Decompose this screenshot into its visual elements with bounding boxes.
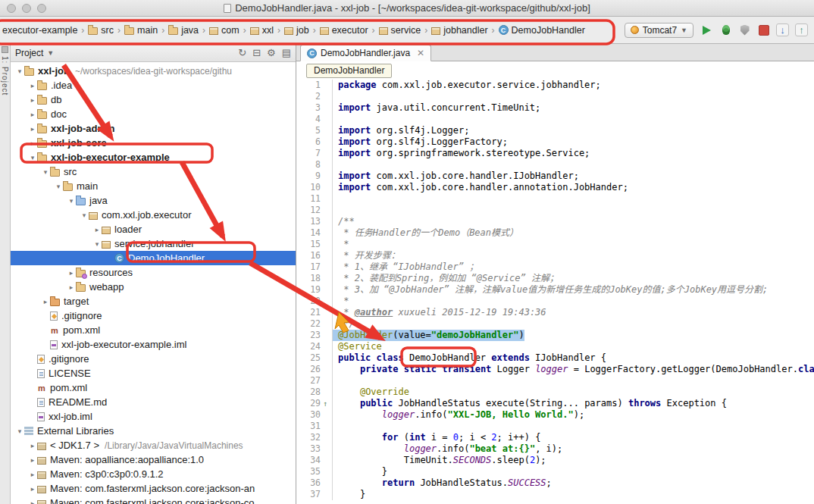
chevron-collapsed-icon[interactable]: ▸ (28, 139, 37, 147)
tree-item[interactable]: ▾com.xxl.job.executor (11, 208, 296, 222)
code-line[interactable]: 9import com.xxl.job.core.handler.IJobHan… (296, 171, 814, 182)
chevron-collapsed-icon[interactable]: ▸ (28, 442, 37, 449)
code-line[interactable]: 21 * @author xuxueli 2015-12-19 19:43:36 (296, 307, 814, 318)
breadcrumb-item[interactable]: main (124, 23, 158, 37)
code-line[interactable]: 16 * 开发步骤： (296, 250, 814, 261)
breadcrumb-item[interactable]: xxl (249, 23, 274, 37)
code-line[interactable]: 19 * 3、加 “@JobHander” 注解，注解value值为新增任务生成… (296, 284, 814, 296)
chevron-collapsed-icon[interactable]: ▸ (28, 456, 37, 464)
tree-item[interactable]: ▸db (11, 92, 296, 107)
chevron-expanded-icon[interactable]: ▾ (80, 211, 89, 219)
tree-item[interactable]: ▾service.jobhandler (11, 236, 296, 251)
code-line[interactable]: 27 (296, 375, 814, 387)
code-line[interactable]: 17 * 1、继承 “IJobHandler” ； (296, 261, 814, 273)
chevron-expanded-icon[interactable]: ▾ (67, 197, 76, 205)
tree-item[interactable]: pom.xml (11, 323, 296, 337)
breadcrumb-item[interactable]: executor-example (2, 23, 78, 37)
editor-tab[interactable]: DemoJobHandler.java ✕ (300, 45, 431, 61)
code-line[interactable]: 20 * (296, 296, 814, 307)
chevron-collapsed-icon[interactable]: ▸ (28, 111, 37, 118)
run-configuration-select[interactable]: Tomcat7 ▼ (625, 23, 693, 38)
tree-item[interactable]: DemoJobHandler (11, 251, 296, 265)
chevron-expanded-icon[interactable]: ▾ (28, 154, 37, 161)
breadcrumb-item[interactable]: executor (319, 23, 369, 37)
tree-item[interactable]: ▸doc (11, 107, 296, 121)
code-line[interactable]: 10import com.xxl.job.core.handler.annota… (296, 182, 814, 193)
tree-item[interactable]: ▸Maven: c3p0:c3p0:0.9.1.2 (11, 467, 296, 481)
code-line[interactable]: 26 private static transient Logger logge… (296, 364, 814, 375)
code-line[interactable]: 14 * 任务Handler的一个Demo（Bean模式） (296, 227, 814, 239)
code-line[interactable]: 33 logger.info("beat at:{}", i); (296, 443, 814, 455)
code-line[interactable]: 2 (296, 91, 814, 102)
tree-item[interactable]: ▸xxl-job-core (11, 136, 296, 150)
chevron-collapsed-icon[interactable]: ▸ (28, 96, 37, 104)
chevron-collapsed-icon[interactable]: ▸ (28, 485, 37, 493)
collapse-all-icon[interactable]: ⊟ (252, 47, 261, 58)
code-line[interactable]: 22 */ (296, 318, 814, 330)
tree-item[interactable]: ▾xxl-job-executor-example (11, 150, 296, 164)
code-line[interactable]: 31 (296, 421, 814, 432)
zoom-window-button[interactable] (37, 4, 46, 13)
coverage-icon[interactable] (738, 23, 751, 36)
code-line[interactable]: 34 TimeUnit.SECONDS.sleep(2); (296, 455, 814, 466)
code-line[interactable]: 32 for (int i = 0; i < 2; i++) { (296, 432, 814, 443)
tree-item[interactable]: ▸loader (11, 222, 296, 236)
chevron-collapsed-icon[interactable]: ▸ (28, 125, 37, 133)
override-marker-icon[interactable]: ↑ (323, 398, 327, 409)
chevron-collapsed-icon[interactable]: ▸ (28, 499, 37, 504)
tree-item[interactable]: ▸webapp (11, 280, 296, 294)
chevron-collapsed-icon[interactable]: ▸ (28, 82, 37, 89)
code-line[interactable]: 18 * 2、装配到Spring，例如加 “@Service” 注解； (296, 273, 814, 284)
tree-item[interactable]: .gitignore (11, 308, 296, 323)
tree-item[interactable]: ▸Maven: com.fasterxml.jackson.core:jacks… (11, 481, 296, 496)
code-line[interactable]: 35 } (296, 466, 814, 477)
close-window-button[interactable] (7, 4, 16, 13)
code-line[interactable]: 12 (296, 205, 814, 216)
breadcrumb-item[interactable]: DemoJobHandler (498, 23, 586, 37)
code-line[interactable]: 3import java.util.concurrent.TimeUnit; (296, 102, 814, 114)
chevron-expanded-icon[interactable]: ▾ (41, 168, 50, 176)
vcs-commit-icon[interactable]: ↑ (795, 23, 808, 36)
code-line[interactable]: 11 (296, 193, 814, 205)
code-line[interactable]: 6import org.slf4j.LoggerFactory; (296, 136, 814, 148)
breadcrumb-item[interactable]: com (208, 23, 240, 37)
chevron-expanded-icon[interactable]: ▾ (54, 183, 63, 190)
tree-item[interactable]: ▸< JDK1.7 >/Library/Java/JavaVirtualMach… (11, 438, 296, 452)
chevron-collapsed-icon[interactable]: ▸ (67, 283, 76, 291)
tree-item[interactable]: ▸.idea (11, 78, 296, 92)
code-line[interactable]: 23@JobHander(value="demoJobHandler") (296, 330, 814, 341)
editor-breadcrumb-chip[interactable]: DemoJobHandler (306, 64, 392, 78)
chevron-collapsed-icon[interactable]: ▸ (67, 269, 76, 277)
tree-item[interactable]: ▸resources (11, 265, 296, 280)
breadcrumb-item[interactable]: src (87, 23, 114, 37)
chevron-expanded-icon[interactable]: ▾ (15, 67, 24, 75)
breadcrumb-item[interactable]: service (378, 23, 422, 37)
sync-icon[interactable]: ↻ (238, 47, 246, 58)
breadcrumb-item[interactable]: job (283, 23, 310, 37)
tree-item[interactable]: ▾main (11, 179, 296, 193)
code-line[interactable]: 13/** (296, 216, 814, 227)
chevron-collapsed-icon[interactable]: ▸ (41, 298, 50, 305)
tree-item[interactable]: .gitignore (11, 352, 296, 366)
breadcrumb-item[interactable]: java (167, 23, 199, 37)
code-line[interactable]: 36 return JobHandleStatus.SUCCESS; (296, 477, 814, 489)
tree-item[interactable]: ▾java (11, 193, 296, 208)
code-line[interactable]: 30 logger.info("XXL-JOB, Hello World."); (296, 409, 814, 421)
project-panel-title[interactable]: Project (15, 48, 43, 58)
run-icon[interactable] (700, 23, 713, 36)
code-line[interactable]: 29↑ public JobHandleStatus execute(Strin… (296, 398, 814, 409)
chevron-collapsed-icon[interactable]: ▸ (28, 471, 37, 478)
chevron-expanded-icon[interactable]: ▾ (92, 240, 102, 248)
breadcrumb-item[interactable]: jobhandler (430, 23, 488, 37)
tree-item[interactable]: README.md (11, 395, 296, 409)
close-tab-icon[interactable]: ✕ (417, 48, 424, 58)
tool-window-icon[interactable] (2, 46, 8, 53)
code-editor[interactable]: 1package com.xxl.job.executor.service.jo… (296, 80, 814, 504)
code-line[interactable]: 7import org.springframework.stereotype.S… (296, 148, 814, 159)
tree-item[interactable]: LICENSE (11, 366, 296, 380)
tree-item[interactable]: ▸target (11, 294, 296, 308)
stop-icon[interactable] (757, 23, 770, 36)
code-line[interactable]: 37 } (296, 489, 814, 500)
code-line[interactable]: 5import org.slf4j.Logger; (296, 125, 814, 136)
debug-icon[interactable] (719, 23, 732, 36)
